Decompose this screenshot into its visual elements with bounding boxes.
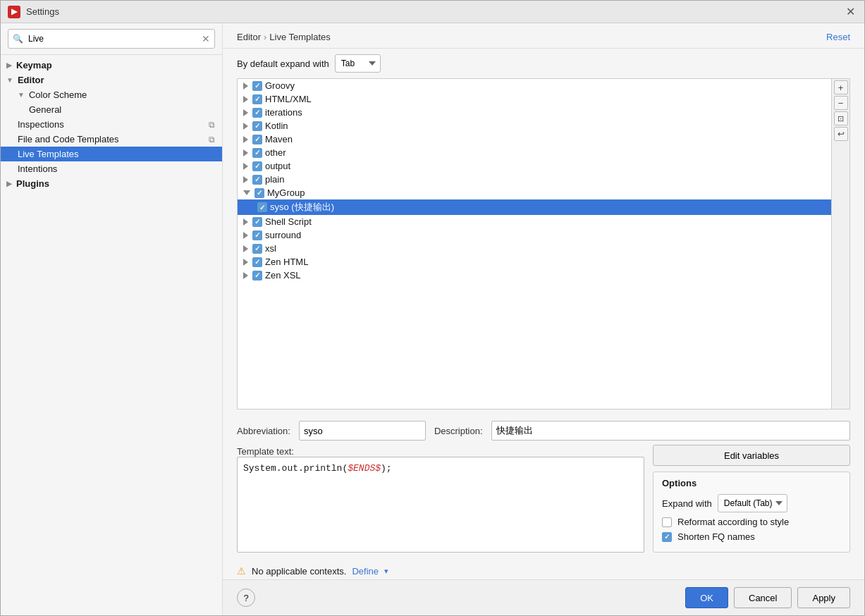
checkbox-syso[interactable] <box>257 202 267 212</box>
group-xsl[interactable]: xsl <box>238 242 831 255</box>
expand-icon: ▶ <box>6 61 12 69</box>
app-icon: ▶ <box>8 6 20 18</box>
sidebar-label-intentions: Intentions <box>18 164 57 174</box>
group-kotlin[interactable]: Kotlin <box>238 119 831 133</box>
group-zen-html[interactable]: Zen HTML <box>238 255 831 269</box>
sidebar-label-live-templates: Live Templates <box>18 149 78 159</box>
apply-button[interactable]: Apply <box>797 587 850 608</box>
expand-with-select[interactable]: Tab Space Enter <box>335 54 381 73</box>
template-label-syso: syso (快捷输出) <box>270 201 334 214</box>
checkbox-plain[interactable] <box>252 175 262 185</box>
clear-search-icon[interactable]: ✕ <box>202 33 210 44</box>
checkbox-zen-xsl[interactable] <box>252 271 262 281</box>
group-label-html-xml: HTML/XML <box>265 94 312 104</box>
expand-triangle <box>243 218 248 226</box>
checkbox-xsl[interactable] <box>252 244 262 254</box>
group-html-xml[interactable]: HTML/XML <box>238 92 831 106</box>
remove-template-button[interactable]: − <box>834 96 848 110</box>
breadcrumb: Editor › Live Templates <box>237 32 331 42</box>
checkbox-iterations[interactable] <box>252 108 262 118</box>
expand-triangle <box>243 96 248 103</box>
sidebar-item-live-templates[interactable]: Live Templates <box>1 147 222 161</box>
close-button[interactable]: ✕ <box>843 5 857 19</box>
template-item-syso[interactable]: syso (快捷输出) <box>238 199 831 215</box>
revert-template-button[interactable]: ↩ <box>834 127 848 141</box>
expand-triangle-down <box>243 190 250 195</box>
group-maven[interactable]: Maven <box>238 133 831 146</box>
abbreviation-label: Abbreviation: <box>237 426 290 436</box>
expand-with-detail-select[interactable]: Default (Tab) Tab Space Enter <box>718 494 787 512</box>
checkbox-mygroup[interactable] <box>254 188 264 198</box>
expand-with-row: Expand with Default (Tab) Tab Space Ente… <box>662 494 841 512</box>
sidebar-item-intentions[interactable]: Intentions <box>1 161 222 176</box>
checkbox-html-xml[interactable] <box>252 94 262 104</box>
checkbox-groovy[interactable] <box>252 81 262 91</box>
expand-triangle <box>243 82 248 90</box>
options-title: Options <box>662 478 841 488</box>
ok-button[interactable]: OK <box>685 587 728 608</box>
template-text-prefix: System.out.println( <box>243 463 348 474</box>
checkbox-shell-script[interactable] <box>252 217 262 227</box>
group-zen-xsl[interactable]: Zen XSL <box>238 269 831 282</box>
group-label-xsl: xsl <box>265 243 276 254</box>
checkbox-surround[interactable] <box>252 230 262 240</box>
bottom-bar-inner: ? OK Cancel Apply <box>237 587 850 608</box>
group-label-other: other <box>265 147 286 158</box>
description-input[interactable] <box>491 421 850 441</box>
group-iterations[interactable]: iterations <box>238 106 831 119</box>
bottom-left: ? <box>237 589 255 607</box>
sidebar-item-inspections[interactable]: Inspections ⧉ <box>1 117 222 132</box>
window-title: Settings <box>26 6 843 17</box>
copy-template-button[interactable]: ⊡ <box>834 111 848 125</box>
help-button[interactable]: ? <box>237 589 255 607</box>
shorten-label: Shorten FQ names <box>677 531 755 542</box>
shorten-checkbox[interactable] <box>662 532 672 542</box>
checkbox-maven[interactable] <box>252 135 262 144</box>
group-other[interactable]: other <box>238 146 831 159</box>
group-groovy[interactable]: Groovy <box>238 79 831 92</box>
group-label-zen-xsl: Zen XSL <box>265 270 301 281</box>
group-label-groovy: Groovy <box>265 80 295 91</box>
template-text-side: Edit variables Options Expand with Defau… <box>653 445 850 553</box>
main-content: 🔍 ✕ ▶ Keymap ▼ Editor ▼ <box>1 23 864 615</box>
right-panel: Editor › Live Templates Reset By default… <box>223 23 864 615</box>
add-template-button[interactable]: + <box>834 80 848 94</box>
sidebar-item-keymap[interactable]: ▶ Keymap <box>1 58 222 73</box>
sidebar-item-general[interactable]: General <box>1 102 222 117</box>
sidebar-item-color-scheme[interactable]: ▼ Color Scheme <box>1 87 222 102</box>
cancel-button[interactable]: Cancel <box>734 587 792 608</box>
context-row: ⚠ No applicable contexts. Define ▾ <box>223 562 864 579</box>
expand-icon: ▼ <box>6 76 13 84</box>
reset-link[interactable]: Reset <box>826 32 850 42</box>
no-context-text: No applicable contexts. <box>252 566 346 577</box>
search-input[interactable] <box>8 29 215 49</box>
group-mygroup[interactable]: MyGroup <box>238 186 831 199</box>
define-link[interactable]: Define <box>352 566 379 577</box>
sidebar-item-editor[interactable]: ▼ Editor <box>1 73 222 87</box>
group-output[interactable]: output <box>238 159 831 173</box>
template-text-variable: $ENDS$ <box>348 463 381 474</box>
group-surround[interactable]: surround <box>238 228 831 242</box>
reformat-checkbox[interactable] <box>662 517 672 527</box>
group-plain[interactable]: plain <box>238 173 831 186</box>
sidebar-label-file-code-templates: File and Code Templates <box>18 134 119 144</box>
sidebar-item-plugins[interactable]: ▶ Plugins <box>1 176 222 191</box>
expand-triangle <box>243 232 248 239</box>
sidebar-label-general: General <box>29 104 61 115</box>
expand-triangle <box>243 149 248 156</box>
search-wrapper: 🔍 ✕ <box>8 29 215 49</box>
edit-variables-button[interactable]: Edit variables <box>653 445 850 466</box>
template-text-editor[interactable]: System.out.println($ENDS$); <box>237 457 644 553</box>
detail-area: Abbreviation: Description: Template text… <box>223 415 864 562</box>
checkbox-zen-html[interactable] <box>252 257 262 267</box>
expand-triangle <box>243 259 248 266</box>
abbreviation-input[interactable] <box>299 421 426 441</box>
sidebar-item-file-code-templates[interactable]: File and Code Templates ⧉ <box>1 132 222 147</box>
checkbox-other[interactable] <box>252 148 262 158</box>
group-shell-script[interactable]: Shell Script <box>238 215 831 228</box>
checkbox-kotlin[interactable] <box>252 121 262 131</box>
group-label-kotlin: Kotlin <box>265 121 288 131</box>
checkbox-output[interactable] <box>252 161 262 171</box>
group-label-shell-script: Shell Script <box>265 216 312 227</box>
options-group: Options Expand with Default (Tab) Tab Sp… <box>653 472 850 553</box>
